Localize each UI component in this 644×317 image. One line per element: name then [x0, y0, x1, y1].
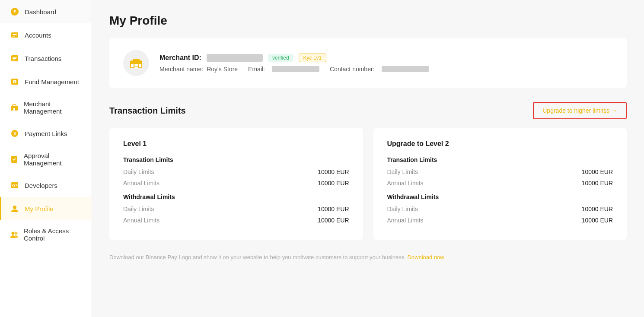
sidebar-item-payment-links[interactable]: $ Payment Links — [0, 122, 92, 145]
developers-icon — [10, 181, 19, 190]
sidebar-item-accounts[interactable]: Accounts — [0, 23, 92, 47]
sidebar-item-my-profile[interactable]: My Profile — [0, 197, 92, 220]
svg-text:$: $ — [13, 131, 16, 136]
svg-rect-6 — [13, 57, 17, 58]
phone-value — [382, 66, 429, 72]
svg-rect-24 — [134, 64, 138, 66]
level1-title: Level 1 — [123, 140, 349, 148]
sidebar: Dashboard Accounts Transactions — [0, 0, 92, 317]
sidebar-label-merchant-management: Merchant Management — [24, 100, 83, 115]
footer-note-text: Download our Binance Pay Logo and show i… — [109, 254, 406, 260]
limits-title: Transaction Limits — [109, 106, 186, 116]
svg-rect-22 — [133, 59, 140, 63]
level1-wd-annual-label: Annual Limits — [123, 217, 159, 224]
level1-wd-daily-label: Daily Limits — [123, 206, 154, 212]
level2-title: Upgrade to Level 2 — [387, 140, 613, 148]
sidebar-label-dashboard: Dashboard — [25, 8, 56, 16]
kyc-badge: Kyc Lv1 — [299, 54, 327, 62]
sidebar-label-transactions: Transactions — [25, 55, 61, 62]
limits-grid: Level 1 Transation Limits Daily Limits 1… — [109, 128, 627, 240]
level2-wd-daily-value: 10000 EUR — [582, 206, 613, 212]
level1-transaction-title: Transation Limits — [123, 156, 349, 163]
level2-wd-daily-label: Daily Limits — [387, 206, 418, 212]
svg-point-18 — [13, 206, 16, 209]
level2-wd-annual-row: Annual Limits 10000 EUR — [387, 217, 613, 224]
sidebar-label-fund-management: Fund Management — [25, 78, 79, 86]
level2-transaction-title: Transation Limits — [387, 156, 613, 163]
merchant-id-row: Merchant ID: verified Kyc Lv1 — [159, 54, 429, 62]
level1-annual-label: Annual Limits — [123, 180, 159, 187]
level1-daily-label: Daily Limits — [123, 168, 154, 175]
svg-point-19 — [12, 232, 15, 235]
level1-wd-annual-value: 10000 EUR — [318, 217, 349, 224]
merchant-id-label: Merchant ID: — [159, 54, 201, 62]
sidebar-label-developers: Developers — [25, 182, 57, 189]
merchant-management-icon — [10, 103, 19, 112]
level2-annual-value: 10000 EUR — [582, 180, 613, 187]
svg-rect-23 — [131, 64, 134, 67]
approval-management-icon — [10, 155, 19, 164]
level1-wd-annual-row: Annual Limits 10000 EUR — [123, 217, 349, 224]
level1-daily-value: 10000 EUR — [318, 168, 349, 175]
svg-rect-8 — [13, 60, 15, 60]
svg-rect-13 — [13, 108, 15, 111]
level1-withdrawal-title: Withdrawal Limits — [123, 193, 349, 200]
profile-card: Merchant ID: verified Kyc Lv1 Merchant n… — [109, 38, 627, 88]
footer-note: Download our Binance Pay Logo and show i… — [109, 254, 627, 260]
dashboard-icon — [10, 7, 19, 16]
page-title: My Profile — [109, 14, 627, 28]
level1-annual-value: 10000 EUR — [318, 180, 349, 187]
sidebar-item-roles-access[interactable]: Roles & Access Control — [0, 220, 92, 249]
sidebar-item-merchant-management[interactable]: Merchant Management — [0, 93, 92, 122]
level2-daily-value: 10000 EUR — [582, 168, 613, 175]
level1-wd-daily-value: 10000 EUR — [318, 206, 349, 212]
merchant-name-value: Roy's Store — [207, 66, 238, 73]
sidebar-label-accounts: Accounts — [25, 32, 51, 39]
sidebar-item-approval-management[interactable]: Approval Management — [0, 145, 92, 174]
level2-wd-annual-label: Annual Limits — [387, 217, 424, 224]
sidebar-label-approval-management: Approval Management — [24, 152, 83, 167]
level2-annual-label: Annual Limits — [387, 180, 424, 187]
level1-wd-daily-row: Daily Limits 10000 EUR — [123, 206, 349, 212]
sidebar-item-developers[interactable]: Developers — [0, 174, 92, 197]
sidebar-label-payment-links: Payment Links — [25, 130, 67, 137]
sidebar-item-fund-management[interactable]: $ Fund Management — [0, 70, 92, 93]
svg-rect-3 — [13, 34, 17, 35]
my-profile-icon — [10, 204, 19, 213]
level2-daily-row: Daily Limits 10000 EUR — [387, 168, 613, 175]
level2-card: Upgrade to Level 2 Transation Limits Dai… — [373, 128, 627, 240]
svg-rect-25 — [139, 64, 141, 67]
level2-wd-annual-value: 10000 EUR — [582, 217, 613, 224]
download-link[interactable]: Download now — [407, 254, 444, 260]
level1-card: Level 1 Transation Limits Daily Limits 1… — [109, 128, 363, 240]
svg-point-20 — [15, 232, 18, 235]
roles-access-icon — [10, 230, 19, 239]
svg-rect-26 — [134, 67, 138, 68]
main-content: My Profile Merchant ID: verified Kyc Lv1… — [92, 0, 644, 317]
avatar — [123, 50, 149, 76]
transactions-icon — [10, 54, 19, 63]
contact-label: Contact number: — [330, 66, 375, 73]
level2-annual-row: Annual Limits 10000 EUR — [387, 180, 613, 187]
payment-links-icon: $ — [10, 129, 19, 138]
sidebar-item-transactions[interactable]: Transactions — [0, 47, 92, 70]
svg-rect-4 — [13, 36, 15, 37]
merchant-details: Merchant name: Roy's Store Email: Contac… — [159, 66, 429, 73]
sidebar-item-dashboard[interactable]: Dashboard — [0, 0, 92, 23]
level2-wd-daily-row: Daily Limits 10000 EUR — [387, 206, 613, 212]
level2-withdrawal-title: Withdrawal Limits — [387, 193, 613, 200]
accounts-icon — [10, 30, 19, 40]
level2-daily-label: Daily Limits — [387, 168, 418, 175]
profile-info: Merchant ID: verified Kyc Lv1 Merchant n… — [159, 54, 429, 73]
email-value — [272, 66, 319, 72]
fund-management-icon: $ — [10, 77, 19, 86]
sidebar-label-roles-access: Roles & Access Control — [24, 227, 83, 242]
upgrade-button[interactable]: Upgrade to higher limitss → — [533, 102, 627, 119]
email-label: Email: — [248, 66, 265, 73]
merchant-name-label: Merchant name: — [159, 66, 203, 73]
svg-rect-7 — [13, 58, 16, 59]
level1-annual-row: Annual Limits 10000 EUR — [123, 180, 349, 187]
limits-header: Transaction Limits Upgrade to higher lim… — [109, 102, 627, 119]
verified-badge: verified — [268, 54, 293, 62]
merchant-id-value — [207, 54, 263, 62]
